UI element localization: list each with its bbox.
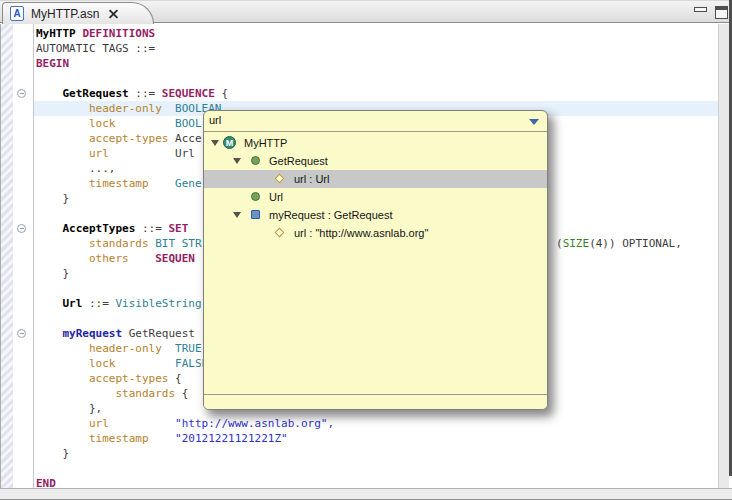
tree-item-label: Url xyxy=(269,188,283,206)
code-line[interactable]: GetRequest ::= SEQUENCE { xyxy=(34,86,718,101)
tree-item-label: MyHTTP xyxy=(244,134,287,152)
fold-minus-icon[interactable] xyxy=(17,89,26,98)
tree-item-url[interactable]: url : "http://www.asnlab.org" xyxy=(204,224,547,242)
filter-text: url xyxy=(209,114,221,126)
value-icon xyxy=(251,210,260,219)
quick-outline-popup: url MMyHTTPGetRequesturl : UrlUrlmyReque… xyxy=(203,110,548,410)
popup-footer xyxy=(204,394,547,409)
field-icon xyxy=(275,174,285,184)
overview-ruler-scrollbar[interactable] xyxy=(718,24,729,488)
code-line[interactable]: timestamp "20121221121221Z" xyxy=(34,431,718,446)
tree-item-label: url : "http://www.asnlab.org" xyxy=(294,224,428,242)
window-bottom-edge xyxy=(0,488,732,500)
editor-window: A MyHTTP.asn MyHTTP DEFINITIONSAUTOMATIC… xyxy=(0,0,732,500)
outline-filter-input[interactable]: url xyxy=(204,111,547,132)
close-icon[interactable] xyxy=(107,7,120,20)
fold-minus-icon[interactable] xyxy=(17,329,26,338)
code-line[interactable] xyxy=(34,71,718,86)
tree-item-url[interactable]: url : Url xyxy=(204,170,547,188)
tree-item-label: GetRequest xyxy=(269,152,328,170)
code-line[interactable]: url "http://www.asnlab.org", xyxy=(34,416,718,431)
expand-arrow-icon[interactable] xyxy=(233,158,241,164)
tree-item-myRequest[interactable]: myRequest : GetRequest xyxy=(204,206,547,224)
annotation-ruler xyxy=(1,24,13,488)
asn-file-icon: A xyxy=(10,6,24,21)
expand-arrow-icon[interactable] xyxy=(233,212,241,218)
tree-item-GetRequest[interactable]: GetRequest xyxy=(204,152,547,170)
code-line[interactable] xyxy=(34,461,718,476)
code-line[interactable]: BEGIN xyxy=(34,56,718,71)
fold-minus-icon[interactable] xyxy=(17,224,26,233)
tab-bar: A MyHTTP.asn xyxy=(0,0,732,23)
module-icon: M xyxy=(223,136,236,149)
tree-item-label: myRequest : GetRequest xyxy=(269,206,393,224)
outline-tree: MMyHTTPGetRequesturl : UrlUrlmyRequest :… xyxy=(204,134,547,393)
type-icon xyxy=(251,156,260,165)
type-icon xyxy=(251,192,260,201)
expand-arrow-icon[interactable] xyxy=(211,140,219,146)
tree-item-label: url : Url xyxy=(294,170,329,188)
code-line[interactable]: END xyxy=(34,476,718,488)
tree-item-Url[interactable]: Url xyxy=(204,188,547,206)
code-line[interactable]: } xyxy=(34,446,718,461)
maximize-icon[interactable] xyxy=(715,6,728,19)
tree-item-MyHTTP[interactable]: MMyHTTP xyxy=(204,134,547,152)
tab-myhttp-asn[interactable]: A MyHTTP.asn xyxy=(2,2,154,24)
code-line[interactable]: MyHTTP DEFINITIONS xyxy=(34,26,718,41)
field-icon xyxy=(275,228,285,238)
tab-title: MyHTTP.asn xyxy=(31,7,99,21)
code-line[interactable]: AUTOMATIC TAGS ::= xyxy=(34,41,718,56)
minimize-icon[interactable] xyxy=(694,6,706,18)
dropdown-arrow-icon[interactable] xyxy=(529,119,539,125)
